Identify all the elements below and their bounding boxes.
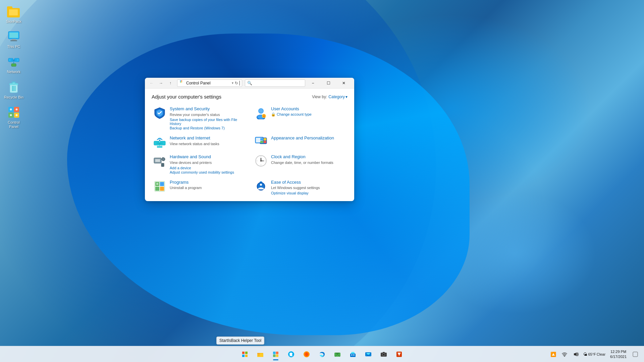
clock-region-content: Clock and Region Change date, time, or n… — [271, 154, 346, 165]
weather-condition-icon: 🌤 — [583, 352, 587, 357]
minimize-button[interactable]: − — [305, 78, 321, 88]
svg-point-24 — [16, 114, 18, 116]
svg-rect-91 — [276, 352, 279, 354]
taskbar-office[interactable] — [392, 348, 406, 361]
taskbar-camera[interactable] — [377, 348, 390, 361]
hardware-sound-content: Hardware and Sound View devices and prin… — [170, 154, 245, 174]
view-by-value: Category — [328, 95, 345, 99]
window-content: Adjust your computer's settings View by:… — [145, 88, 354, 201]
taskbar-clock[interactable]: 12:29 PM 6/17/2021 — [608, 349, 629, 360]
svg-rect-89 — [258, 355, 260, 356]
this-pc-label: This PC — [3, 45, 24, 49]
svg-point-78 — [260, 184, 262, 186]
svg-rect-4 — [9, 33, 18, 38]
appearance-title[interactable]: Appearance and Personalization — [271, 135, 346, 141]
desktop-icon-network[interactable]: Network — [2, 54, 26, 75]
search-box[interactable]: 🔍 — [245, 79, 305, 87]
search-icon: 🔍 — [247, 81, 252, 85]
desktop-icon-this-pc[interactable]: This PC — [2, 28, 26, 50]
hardware-sound-title[interactable]: Hardware and Sound — [170, 154, 245, 160]
file-explorer-button[interactable] — [254, 348, 267, 361]
show-hidden-icons[interactable]: 🔼 — [548, 349, 558, 360]
system-security-link2[interactable]: Backup and Restore (Windows 7) — [170, 126, 245, 130]
category-ease-of-access[interactable]: Ease of Access Let Windows suggest setti… — [253, 178, 347, 196]
view-by-dropdown[interactable]: Category ▾ — [328, 95, 347, 99]
window-titlebar: ← → ↑ Control Panel ▾ ↻ 🔍 — [145, 78, 354, 88]
programs-title[interactable]: Programs — [170, 180, 245, 185]
svg-rect-48 — [264, 138, 266, 140]
weather-temp: 65°F — [588, 352, 596, 356]
ease-of-access-sub1: Let Windows suggest settings — [271, 185, 346, 190]
system-security-link1[interactable]: Save backup copies of your files with Fi… — [170, 118, 245, 126]
taskbar-skype[interactable] — [284, 348, 298, 361]
address-refresh[interactable]: ↻ — [235, 81, 238, 85]
appearance-icon — [254, 135, 268, 149]
network-internet-content: Network and Internet View network status… — [170, 135, 245, 146]
category-appearance[interactable]: Appearance and Personalization — [253, 134, 347, 150]
hardware-sound-sub1: View devices and printers — [170, 160, 245, 165]
svg-rect-35 — [264, 116, 264, 117]
address-text: Control Panel — [186, 81, 230, 85]
hardware-sound-link2[interactable]: Adjust commonly used mobility settings — [170, 170, 245, 174]
control-panel-window: ← → ↑ Control Panel ▾ ↻ 🔍 — [145, 78, 354, 201]
address-bar[interactable]: Control Panel ▾ ↻ — [177, 79, 242, 87]
notification-center[interactable] — [630, 349, 641, 360]
svg-rect-25 — [180, 80, 181, 81]
clock-region-title[interactable]: Clock and Region — [271, 154, 346, 160]
desktop-icons: SkinPack This PC Network — [2, 3, 26, 130]
ease-of-access-icon — [254, 180, 268, 193]
network-internet-icon — [153, 135, 166, 149]
taskbar-edge[interactable] — [315, 348, 329, 361]
desktop-icon-control-panel[interactable]: Control Panel — [2, 104, 26, 130]
up-button[interactable]: ↑ — [166, 79, 174, 87]
close-button[interactable]: ✕ — [336, 78, 352, 88]
network-tray-icon[interactable] — [559, 349, 570, 360]
hardware-sound-link1[interactable]: Add a device — [170, 166, 245, 170]
taskbar-control-panel[interactable] — [269, 348, 282, 361]
network-internet-sub1: View network status and tasks — [170, 141, 245, 146]
svg-rect-90 — [273, 352, 276, 354]
svg-rect-92 — [273, 354, 276, 357]
category-user-accounts[interactable]: User Accounts 🔒 Change account type — [253, 105, 347, 131]
system-security-title[interactable]: System and Security — [170, 106, 245, 112]
taskbar-winamp[interactable] — [331, 348, 344, 361]
svg-rect-109 — [383, 352, 385, 353]
svg-rect-16 — [12, 82, 15, 84]
programs-icon — [153, 180, 166, 193]
svg-rect-28 — [181, 81, 182, 82]
desktop-icon-recycle-bin[interactable]: Recycle Bin — [2, 79, 26, 101]
taskbar-firefox[interactable] — [300, 348, 313, 361]
svg-rect-83 — [242, 355, 245, 357]
taskbar-store[interactable] — [346, 348, 360, 361]
clock-time: 12:29 PM — [610, 349, 627, 354]
svg-point-42 — [159, 140, 160, 141]
control-panel-icon — [7, 106, 20, 119]
back-button[interactable]: ← — [148, 79, 156, 87]
address-chevron[interactable]: ▾ — [232, 81, 233, 85]
category-clock-region[interactable]: Clock and Region Change date, time, or n… — [253, 153, 347, 175]
ease-of-access-link1[interactable]: Optimize visual display — [271, 191, 346, 195]
category-system-security[interactable]: System and Security Review your computer… — [152, 105, 246, 131]
forward-button[interactable]: → — [157, 79, 165, 87]
system-security-sub1: Review your computer's status — [170, 112, 245, 117]
category-programs[interactable]: Programs Uninstall a program — [152, 178, 246, 196]
taskbar-right: 🔼 🌤 65°F Clear — [548, 349, 644, 360]
category-hardware-sound[interactable]: Hardware and Sound View devices and prin… — [152, 153, 246, 175]
view-by-chevron: ▾ — [345, 95, 347, 99]
category-network-internet[interactable]: Network and Internet View network status… — [152, 134, 246, 150]
maximize-button[interactable]: ☐ — [321, 78, 336, 88]
skinpack-label: SkinPack — [3, 19, 24, 24]
user-accounts-title[interactable]: User Accounts — [271, 106, 346, 112]
network-internet-title[interactable]: Network and Internet — [170, 135, 245, 141]
volume-tray-icon[interactable] — [571, 349, 581, 360]
user-accounts-link1[interactable]: 🔒 Change account type — [271, 112, 346, 117]
hardware-sound-icon — [153, 154, 166, 168]
svg-rect-88 — [258, 354, 260, 355]
svg-rect-3 — [10, 40, 17, 41]
weather-icon[interactable]: 🌤 65°F Clear — [582, 349, 607, 360]
desktop-icon-skinpack[interactable]: SkinPack — [2, 3, 26, 25]
ease-of-access-title[interactable]: Ease of Access — [271, 180, 346, 185]
svg-rect-50 — [264, 141, 266, 143]
start-button[interactable] — [238, 348, 252, 361]
taskbar-mail[interactable] — [362, 348, 375, 361]
